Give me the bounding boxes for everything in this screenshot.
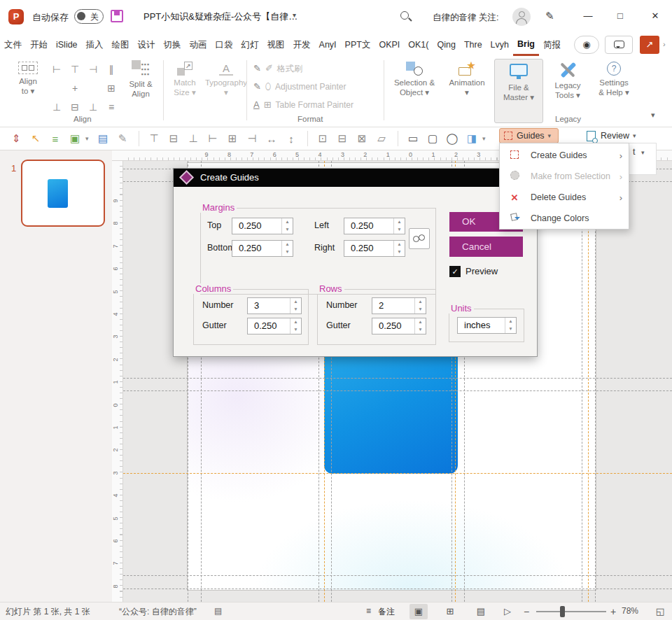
format-brush-icon[interactable]: ✎ bbox=[113, 132, 132, 145]
slide-sorter-view-button[interactable]: ⊞ bbox=[441, 604, 459, 619]
rows-number-value[interactable]: 2 bbox=[372, 298, 414, 313]
menu-item-change-colors[interactable]: Change Colors bbox=[500, 208, 628, 229]
menu-item-create-guides[interactable]: Create Guides › bbox=[500, 145, 628, 166]
selection-object-button[interactable]: Selection & Object ▾ bbox=[389, 62, 440, 98]
pen-icon[interactable]: ✎ bbox=[545, 10, 554, 22]
split-align-button[interactable]: ▪▪▪▪▪▪▪▪▪ Split & Align bbox=[120, 60, 161, 99]
cancel-button[interactable]: Cancel bbox=[449, 237, 523, 257]
minimize-button[interactable]: — bbox=[581, 9, 595, 23]
columns-number-input[interactable]: 3 ▲▼ bbox=[247, 297, 302, 314]
maximize-button[interactable]: □ bbox=[613, 9, 627, 23]
tab-视图[interactable]: 视图 bbox=[263, 34, 289, 56]
settings-help-button[interactable]: ? Settings & Help ▾ bbox=[592, 62, 636, 98]
tab-动画[interactable]: 动画 bbox=[186, 34, 211, 56]
left-spinner[interactable]: ▲▼ bbox=[393, 218, 405, 234]
tab-AnyI[interactable]: AnyI bbox=[315, 34, 341, 56]
save-icon[interactable] bbox=[111, 10, 123, 22]
zoom-slider-track[interactable] bbox=[536, 611, 606, 612]
rows-gutter-value[interactable]: 0.250 bbox=[372, 318, 414, 334]
tab-插入[interactable]: 插入 bbox=[82, 34, 108, 56]
collapse-ribbon-caret[interactable]: ▾ bbox=[651, 111, 655, 120]
layout-icon[interactable]: ▤ bbox=[94, 132, 112, 145]
guide-horizontal-orange[interactable] bbox=[123, 473, 672, 474]
guide-horizontal-gray[interactable] bbox=[123, 575, 672, 576]
crop-to-shape-icon[interactable]: ▣ bbox=[66, 132, 84, 145]
zoom-in-button[interactable]: + bbox=[610, 606, 616, 617]
grid-arrange-icon[interactable]: ⊞ bbox=[102, 79, 120, 98]
tab-PPT文[interactable]: PPT文 bbox=[341, 34, 375, 56]
tab-OK1([interactable]: OK1( bbox=[404, 34, 433, 56]
rows-gutter-input[interactable]: 0.250 ▲▼ bbox=[372, 318, 426, 334]
align-top-icon[interactable]: ⊤ bbox=[145, 132, 163, 145]
swap-height-icon[interactable]: ⇕ bbox=[7, 132, 25, 145]
file-master-button[interactable]: File & Master ▾ bbox=[494, 59, 543, 123]
review-button[interactable]: Review ▾ bbox=[587, 128, 636, 143]
bring-forward-icon[interactable]: ⊡ bbox=[314, 132, 332, 145]
autosave-toggle[interactable]: 关 bbox=[74, 9, 104, 24]
fit-to-window-button[interactable]: ◱ bbox=[651, 604, 669, 619]
center-on-slide-icon[interactable]: + bbox=[66, 79, 84, 98]
zoom-out-button[interactable]: − bbox=[524, 606, 529, 617]
align-left-icon[interactable]: ⊢ bbox=[48, 60, 66, 79]
legacy-tools-button[interactable]: Legacy Tools ▾ bbox=[547, 62, 588, 101]
units-value[interactable]: inches bbox=[458, 318, 505, 333]
tab-简报[interactable]: 简报 bbox=[539, 34, 565, 56]
guide-horizontal-gray[interactable] bbox=[123, 390, 672, 391]
align-middle-icon[interactable]: ⊟ bbox=[164, 132, 183, 145]
record-button[interactable]: ◉ bbox=[574, 36, 599, 54]
top-margin-input[interactable]: 0.250 ▲▼ bbox=[232, 218, 293, 234]
rows-gutter-spinner[interactable]: ▲▼ bbox=[414, 318, 426, 334]
dialog-title-bar[interactable]: Create Guides bbox=[174, 169, 537, 187]
align-bottom-icon[interactable]: ⊥ bbox=[48, 98, 66, 117]
tab-iSlide[interactable]: iSlide bbox=[52, 34, 82, 56]
search-icon[interactable] bbox=[400, 11, 409, 20]
tab-Qing[interactable]: Qing bbox=[433, 34, 459, 56]
align-right-icon[interactable]: ⊣ bbox=[84, 60, 102, 79]
align-to-button[interactable]: Align to ▾ bbox=[10, 62, 46, 97]
bring-to-front-icon[interactable]: ⊠ bbox=[353, 132, 371, 145]
bottom-margin-value[interactable]: 0.250 bbox=[232, 241, 281, 256]
guides-button[interactable]: Guides ▾ bbox=[499, 128, 559, 143]
units-spinner[interactable]: ▲▼ bbox=[505, 318, 516, 333]
align-middle-icon[interactable]: ⊟ bbox=[66, 98, 84, 117]
oval-shape-icon[interactable]: ◯ bbox=[443, 132, 461, 145]
guide-horizontal-gray[interactable] bbox=[123, 589, 672, 589]
distribute-horizontal-icon[interactable]: ↔ bbox=[262, 133, 281, 145]
document-title[interactable]: PPT小知识&疑难杂症-公众号【自律… bbox=[144, 10, 298, 23]
reading-view-button[interactable]: ▤ bbox=[472, 604, 490, 619]
align-left-icon[interactable]: ⊢ bbox=[204, 132, 222, 145]
comments-button[interactable] bbox=[605, 36, 633, 54]
zoom-slider-thumb[interactable] bbox=[560, 606, 565, 617]
merge-shapes-icon[interactable]: ◨ bbox=[463, 132, 481, 145]
bottom-margin-input[interactable]: 0.250 ▲▼ bbox=[232, 240, 293, 257]
normal-view-button[interactable]: ▣ bbox=[410, 604, 428, 619]
shapes-more-caret[interactable]: ▾ bbox=[482, 135, 491, 142]
distribute-horizontal-icon[interactable]: ∥ bbox=[102, 60, 120, 79]
columns-gutter-value[interactable]: 0.250 bbox=[248, 318, 290, 334]
preview-checkbox[interactable]: ✓ bbox=[449, 266, 461, 277]
more-ribbon-arrow[interactable]: › bbox=[663, 40, 666, 48]
match-size-button[interactable]: ↗ Match Size ▾ bbox=[167, 62, 203, 98]
zoom-level[interactable]: 78% bbox=[622, 606, 638, 616]
tab-OKPI[interactable]: OKPI bbox=[374, 34, 404, 56]
columns-number-spinner[interactable]: ▲▼ bbox=[290, 298, 301, 313]
units-select[interactable]: inches ▲▼ bbox=[457, 317, 517, 334]
tab-Lvyh[interactable]: Lvyh bbox=[486, 34, 513, 56]
distribute-vertical-icon[interactable]: ≡ bbox=[102, 98, 120, 117]
slide-thumbnail[interactable] bbox=[21, 160, 105, 227]
distribute-vertical-icon[interactable]: ↕ bbox=[282, 133, 300, 145]
top-margin-value[interactable]: 0.250 bbox=[232, 218, 281, 234]
left-margin-value[interactable]: 0.250 bbox=[344, 218, 393, 234]
align-top-icon[interactable]: ⊤ bbox=[66, 60, 84, 79]
adjustment-painter-row[interactable]: ✎⬯Adjustment Painter bbox=[253, 81, 346, 92]
account-text[interactable]: 自律的音律 关注: bbox=[433, 12, 498, 24]
tab-Thre[interactable]: Thre bbox=[460, 34, 486, 56]
select-object-icon[interactable]: ↖ bbox=[27, 132, 45, 145]
title-caret-icon[interactable]: ▾ bbox=[293, 11, 296, 19]
send-to-back-icon[interactable]: ▱ bbox=[372, 132, 391, 145]
smart-align-icon[interactable]: ≡ bbox=[46, 133, 64, 145]
columns-number-value[interactable]: 3 bbox=[248, 298, 290, 313]
animation-button[interactable]: ★ Animation ▾ bbox=[444, 62, 490, 98]
rows-number-spinner[interactable]: ▲▼ bbox=[414, 298, 426, 313]
align-bottom-icon[interactable]: ⊥ bbox=[184, 132, 202, 145]
